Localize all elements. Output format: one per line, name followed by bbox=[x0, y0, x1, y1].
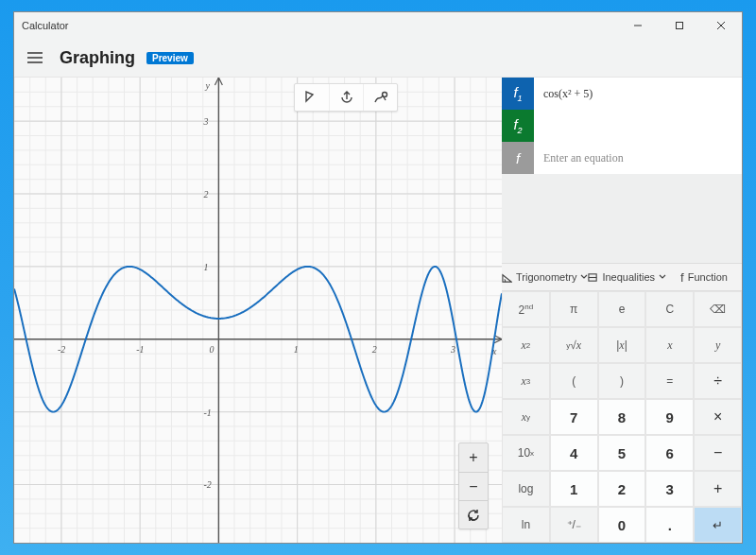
preview-badge: Preview bbox=[146, 52, 194, 64]
equation-row-2[interactable]: f2 bbox=[502, 110, 742, 142]
calculator-window: Calculator Graphing Preview -2-10123-2-1… bbox=[13, 11, 743, 544]
key-decimal[interactable]: . bbox=[645, 507, 694, 543]
key-ln[interactable]: ln bbox=[502, 507, 550, 543]
trigonometry-dropdown[interactable]: Trigonometry bbox=[502, 271, 588, 283]
equation-expr-1[interactable]: cos(x² + 5) bbox=[534, 78, 742, 110]
key-0[interactable]: 0 bbox=[598, 507, 646, 543]
key-backspace[interactable]: ⌫ bbox=[694, 291, 742, 327]
key-log[interactable]: log bbox=[502, 471, 550, 507]
equation-badge-1[interactable]: f1 bbox=[502, 78, 534, 110]
svg-text:-2: -2 bbox=[204, 479, 212, 490]
graph-settings-button[interactable] bbox=[363, 84, 397, 111]
graph-canvas[interactable]: -2-10123-2-1123xy + − bbox=[14, 77, 502, 543]
svg-text:-1: -1 bbox=[204, 408, 212, 418]
zoom-out-button[interactable]: − bbox=[459, 472, 488, 500]
key-divide[interactable]: ÷ bbox=[694, 363, 742, 399]
key-enter[interactable]: ↵ bbox=[694, 507, 742, 543]
key-add[interactable]: + bbox=[694, 471, 742, 507]
svg-text:y: y bbox=[204, 80, 210, 91]
svg-text:-2: -2 bbox=[58, 344, 65, 355]
svg-point-96 bbox=[382, 93, 387, 97]
equation-expr-2[interactable] bbox=[534, 110, 742, 142]
key-clear[interactable]: C bbox=[645, 291, 694, 327]
close-button[interactable] bbox=[700, 12, 742, 39]
share-button[interactable] bbox=[329, 84, 363, 111]
key-rparen[interactable]: ) bbox=[598, 363, 646, 399]
key-8[interactable]: 8 bbox=[598, 399, 646, 435]
key-negate[interactable]: ⁺/₋ bbox=[550, 507, 598, 543]
key-6[interactable]: 6 bbox=[645, 435, 694, 471]
right-panel: f1 cos(x² + 5) f2 f Enter an equation Tr… bbox=[502, 77, 742, 543]
key-2[interactable]: 2 bbox=[598, 471, 646, 507]
key-subtract[interactable]: − bbox=[694, 435, 742, 471]
header: Graphing Preview bbox=[14, 39, 742, 77]
svg-text:1: 1 bbox=[204, 262, 209, 272]
svg-text:-1: -1 bbox=[136, 344, 144, 355]
plot-svg: -2-10123-2-1123xy bbox=[14, 78, 502, 543]
window-title: Calculator bbox=[22, 20, 69, 31]
angle-icon bbox=[502, 272, 512, 283]
trace-tool-button[interactable] bbox=[295, 84, 329, 111]
zoom-in-button[interactable]: + bbox=[459, 443, 488, 472]
svg-text:3: 3 bbox=[203, 116, 209, 127]
svg-text:0: 0 bbox=[209, 344, 214, 355]
svg-text:2: 2 bbox=[372, 344, 377, 355]
plot-toolbar bbox=[294, 83, 398, 112]
maximize-button[interactable] bbox=[659, 12, 700, 39]
key-e[interactable]: e bbox=[598, 291, 646, 327]
equation-row-1[interactable]: f1 cos(x² + 5) bbox=[502, 78, 742, 110]
zoom-reset-button[interactable] bbox=[459, 500, 488, 529]
hamburger-menu-button[interactable] bbox=[22, 44, 48, 71]
key-xvar[interactable]: x bbox=[645, 327, 694, 363]
key-4[interactable]: 4 bbox=[550, 435, 598, 471]
key-3[interactable]: 3 bbox=[645, 471, 694, 507]
key-yvar[interactable]: y bbox=[694, 327, 742, 363]
equation-badge-2[interactable]: f2 bbox=[502, 110, 534, 142]
category-bar: Trigonometry Inequalities f Function bbox=[502, 263, 742, 291]
equation-list: f1 cos(x² + 5) f2 f Enter an equation bbox=[502, 78, 742, 174]
function-button[interactable]: f Function bbox=[666, 270, 742, 285]
svg-text:1: 1 bbox=[294, 344, 299, 355]
svg-rect-1 bbox=[677, 23, 683, 29]
zoom-controls: + − bbox=[458, 442, 489, 529]
key-1[interactable]: 1 bbox=[550, 471, 598, 507]
key-lparen[interactable]: ( bbox=[550, 363, 598, 399]
key-pi[interactable]: π bbox=[550, 291, 598, 327]
key-second[interactable]: 2nd bbox=[502, 291, 550, 327]
chevron-down-icon bbox=[659, 273, 666, 281]
key-abs[interactable]: |x| bbox=[598, 327, 646, 363]
inequality-icon bbox=[588, 272, 598, 283]
equation-badge-new[interactable]: f bbox=[502, 142, 534, 174]
mode-title: Graphing bbox=[60, 48, 135, 68]
key-yroot[interactable]: y√x bbox=[550, 327, 598, 363]
keypad: 2nd π e C ⌫ x2 y√x |x| x y x3 ( ) = ÷ xy… bbox=[502, 291, 742, 543]
key-multiply[interactable]: × bbox=[694, 399, 742, 435]
key-equals[interactable]: = bbox=[645, 363, 694, 399]
key-xpowy[interactable]: xy bbox=[502, 399, 550, 435]
key-tenpow[interactable]: 10x bbox=[502, 435, 550, 471]
svg-text:2: 2 bbox=[204, 189, 209, 199]
titlebar: Calculator bbox=[14, 12, 742, 39]
equation-placeholder[interactable]: Enter an equation bbox=[534, 142, 742, 174]
key-5[interactable]: 5 bbox=[598, 435, 646, 471]
chevron-down-icon bbox=[580, 273, 588, 281]
inequalities-dropdown[interactable]: Inequalities bbox=[588, 271, 666, 283]
equation-row-new[interactable]: f Enter an equation bbox=[502, 142, 742, 174]
key-7[interactable]: 7 bbox=[550, 399, 598, 435]
minimize-button[interactable] bbox=[617, 12, 659, 39]
svg-text:3: 3 bbox=[450, 344, 455, 355]
key-xsquared[interactable]: x2 bbox=[502, 327, 550, 363]
key-xcubed[interactable]: x3 bbox=[502, 363, 550, 399]
key-9[interactable]: 9 bbox=[645, 399, 694, 435]
